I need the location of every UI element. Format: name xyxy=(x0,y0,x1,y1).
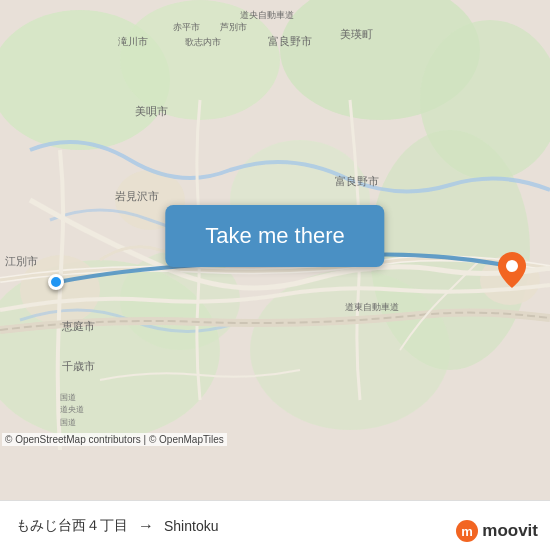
svg-text:国道: 国道 xyxy=(60,418,76,427)
svg-text:恵庭市: 恵庭市 xyxy=(61,320,95,332)
take-me-there-button[interactable]: Take me there xyxy=(165,205,384,267)
route-arrow-icon: → xyxy=(138,517,154,535)
svg-text:美瑛町: 美瑛町 xyxy=(340,28,373,40)
svg-text:道東自動車道: 道東自動車道 xyxy=(345,302,399,312)
svg-point-31 xyxy=(506,260,518,272)
svg-text:富良野市: 富良野市 xyxy=(335,175,379,187)
svg-text:美唄市: 美唄市 xyxy=(135,105,168,117)
map-container: 美瑛町 富良野市 富良野市 岩見沢市 美唄市 江別市 恵庭市 千歳市 歌志内市 … xyxy=(0,0,550,500)
route-from: もみじ台西４丁目 xyxy=(16,517,128,535)
destination-marker xyxy=(498,252,526,292)
map-attribution: © OpenStreetMap contributors | © OpenMap… xyxy=(2,433,227,446)
svg-text:歌志内市: 歌志内市 xyxy=(185,37,221,47)
svg-text:岩見沢市: 岩見沢市 xyxy=(115,190,159,202)
svg-text:道央道: 道央道 xyxy=(60,405,84,414)
route-to: Shintoku xyxy=(164,518,218,534)
svg-text:道央自動車道: 道央自動車道 xyxy=(240,10,294,20)
svg-text:江別市: 江別市 xyxy=(5,255,38,267)
svg-text:m: m xyxy=(461,524,473,539)
bottom-bar: もみじ台西４丁目 → Shintoku m moovit xyxy=(0,500,550,550)
moovit-logo-icon: m xyxy=(456,520,478,542)
svg-text:富良野市: 富良野市 xyxy=(268,35,312,47)
moovit-logo-text: moovit xyxy=(482,521,538,541)
svg-text:芦別市: 芦別市 xyxy=(220,22,247,32)
moovit-logo: m moovit xyxy=(456,520,538,542)
svg-text:千歳市: 千歳市 xyxy=(62,360,95,372)
svg-text:国道: 国道 xyxy=(60,393,76,402)
origin-marker xyxy=(48,274,64,290)
svg-text:赤平市: 赤平市 xyxy=(173,22,200,32)
svg-text:滝川市: 滝川市 xyxy=(118,36,148,47)
